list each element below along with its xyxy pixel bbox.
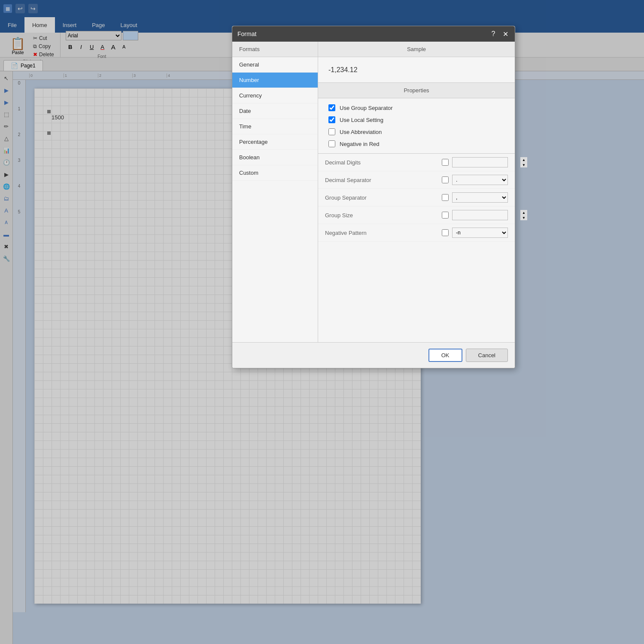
negative-pattern-control: -n (n) <box>452 228 508 238</box>
format-time[interactable]: Time <box>232 119 318 134</box>
sample-section: Sample -1,234.12 <box>318 42 515 83</box>
formats-header: Formats <box>232 42 318 57</box>
checkbox-use-group-separator: Use Group Separator <box>328 104 504 111</box>
use-group-separator-label: Use Group Separator <box>340 105 393 111</box>
use-group-separator-checkbox[interactable] <box>328 104 335 111</box>
group-size-spinner-btns: ▲ ▼ <box>520 210 527 220</box>
format-date[interactable]: Date <box>232 103 318 119</box>
format-currency[interactable]: Currency <box>232 88 318 103</box>
group-size-down[interactable]: ▼ <box>520 215 527 220</box>
group-size-input[interactable] <box>453 212 520 218</box>
group-separator-row: Group Separator , . <box>318 189 515 207</box>
dialog-close-button[interactable]: ✕ <box>501 30 510 38</box>
decimal-digits-label: Decimal Digits <box>325 159 442 166</box>
decimal-separator-control: . , <box>452 175 508 185</box>
use-local-setting-label: Use Local Setting <box>340 117 383 123</box>
modal-overlay: Format ? ✕ Formats General Number Curren… <box>0 0 644 644</box>
group-size-checkbox[interactable] <box>442 212 449 219</box>
checkbox-negative-in-red: Negative in Red <box>328 140 504 147</box>
group-separator-checkbox[interactable] <box>442 194 449 201</box>
use-abbreviation-checkbox[interactable] <box>328 128 335 135</box>
checkbox-use-local-setting: Use Local Setting <box>328 116 504 123</box>
negative-pattern-select[interactable]: -n (n) <box>452 228 508 238</box>
decimal-separator-label: Decimal Separator <box>325 177 442 183</box>
properties-section: Properties Use Group Separator Use Local… <box>318 83 515 342</box>
format-percentage[interactable]: Percentage <box>232 134 318 150</box>
negative-pattern-checkbox[interactable] <box>442 229 449 236</box>
negative-in-red-label: Negative in Red <box>340 141 380 147</box>
group-size-row: Group Size ▲ ▼ <box>318 207 515 224</box>
format-boolean[interactable]: Boolean <box>232 150 318 165</box>
format-list: General Number Currency Date Time Percen… <box>232 57 318 342</box>
negative-in-red-checkbox[interactable] <box>328 140 335 147</box>
decimal-digits-row: Decimal Digits ▲ ▼ <box>318 154 515 171</box>
decimal-separator-checkbox[interactable] <box>442 176 449 183</box>
properties-header: Properties <box>318 83 515 98</box>
group-size-label: Group Size <box>325 212 442 219</box>
decimal-separator-row: Decimal Separator . , <box>318 171 515 189</box>
sample-value: -1,234.12 <box>318 57 515 83</box>
properties-checkboxes: Use Group Separator Use Local Setting Us… <box>318 98 515 154</box>
dialog-title-bar: Format ? ✕ <box>232 26 515 42</box>
group-separator-label: Group Separator <box>325 194 442 201</box>
decimal-separator-select[interactable]: . , <box>452 175 508 185</box>
dialog-help-button[interactable]: ? <box>489 30 498 38</box>
decimal-digits-checkbox[interactable] <box>442 159 449 166</box>
dialog-footer: OK Cancel <box>232 342 515 368</box>
dialog-body: Formats General Number Currency Date Tim… <box>232 42 515 342</box>
sample-header: Sample <box>318 42 515 57</box>
decimal-digits-spinner-btns: ▲ ▼ <box>520 157 527 167</box>
group-separator-control: , . <box>452 192 508 203</box>
group-separator-select[interactable]: , . <box>452 192 508 203</box>
decimal-digits-up[interactable]: ▲ <box>520 157 527 162</box>
decimal-digits-down[interactable]: ▼ <box>520 162 527 167</box>
decimal-digits-input[interactable] <box>453 159 520 165</box>
group-size-up[interactable]: ▲ <box>520 210 527 215</box>
ok-button[interactable]: OK <box>428 349 462 362</box>
props-fields: Decimal Digits ▲ ▼ <box>318 154 515 242</box>
negative-pattern-row: Negative Pattern -n (n) <box>318 224 515 242</box>
decimal-digits-spinner: ▲ ▼ <box>452 157 508 167</box>
use-local-setting-checkbox[interactable] <box>328 116 335 123</box>
dialog-title: Format <box>237 30 256 37</box>
format-dialog: Format ? ✕ Formats General Number Curren… <box>232 26 515 368</box>
cancel-button[interactable]: Cancel <box>466 349 508 362</box>
dialog-title-buttons: ? ✕ <box>489 30 510 38</box>
format-custom[interactable]: Custom <box>232 165 318 181</box>
negative-pattern-label: Negative Pattern <box>325 230 442 236</box>
format-general[interactable]: General <box>232 57 318 73</box>
format-number[interactable]: Number <box>232 73 318 88</box>
right-panel: Sample -1,234.12 Properties Use Group Se… <box>318 42 515 342</box>
group-size-spinner: ▲ ▼ <box>452 210 508 220</box>
use-abbreviation-label: Use Abbreviation <box>340 129 382 135</box>
checkbox-use-abbreviation: Use Abbreviation <box>328 128 504 135</box>
formats-panel: Formats General Number Currency Date Tim… <box>232 42 318 342</box>
